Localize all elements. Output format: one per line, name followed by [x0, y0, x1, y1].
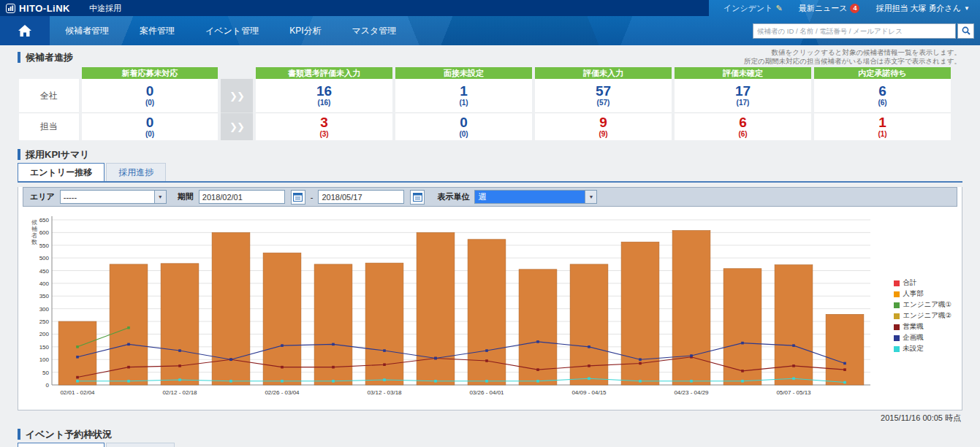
svg-text:0: 0 — [46, 382, 50, 389]
date-range-dash: - — [311, 193, 314, 202]
search-button[interactable] — [957, 23, 974, 39]
search-input[interactable] — [753, 23, 956, 39]
progress-corner-cell — [19, 67, 79, 79]
progress-subcount: (6) — [738, 130, 747, 139]
legend-item: 企画職 — [894, 333, 951, 343]
home-icon — [18, 25, 31, 37]
calendar-icon — [293, 192, 303, 202]
legend-item: エンジニア職② — [894, 311, 951, 321]
progress-note-line1: 数値をクリックすると対象の候補者情報一覧を表示します。 — [744, 48, 961, 57]
kpi-tabs: エントリー推移採用進捗 — [18, 163, 962, 183]
logo-icon — [6, 4, 15, 13]
nav-item-1[interactable]: 案件管理 — [124, 16, 190, 45]
progress-subcount: (57) — [597, 99, 610, 107]
progress-count[interactable]: 0 — [460, 115, 468, 130]
kpi-tab-1[interactable]: 採用進捗 — [106, 163, 166, 181]
progress-value-cell: 0(0) — [82, 79, 218, 112]
select-arrow-icon: ▼ — [154, 191, 166, 203]
incident-link[interactable]: インシデント ✎ — [723, 3, 783, 14]
area-select-value: ----- — [61, 192, 154, 202]
row-label: 担当 — [19, 112, 79, 140]
legend-label: 営業職 — [903, 322, 924, 332]
event-tabs: セミナー枠状況面接枠状況 — [18, 443, 962, 447]
progress-value-cell: 0(0) — [82, 112, 218, 140]
svg-text:450: 450 — [39, 268, 50, 275]
kpi-panel: エリア ----- ▼ 期間 - 表示単位 週 ▼ 05010015020025… — [18, 187, 962, 410]
progress-count[interactable]: 6 — [739, 115, 747, 130]
progress-value-cell: 0(0) — [395, 112, 532, 140]
progress-subcount: (1) — [878, 130, 886, 139]
progress-subcount: (0) — [145, 130, 154, 139]
main-content: 候補者進捗 数値をクリックすると対象の候補者情報一覧を表示します。 所定の期間未… — [0, 45, 980, 447]
progress-subcount: (17) — [737, 99, 750, 107]
progress-count[interactable]: 1 — [460, 84, 468, 99]
progress-count[interactable]: 0 — [146, 84, 154, 99]
progress-value-cell: 3(3) — [256, 112, 392, 140]
progress-value-cell: 17(17) — [675, 79, 811, 112]
date-from-input[interactable] — [199, 190, 285, 204]
legend-swatch — [894, 313, 900, 319]
legend-swatch — [894, 324, 900, 330]
unit-select[interactable]: 週 ▼ — [474, 190, 597, 204]
progress-arrow-header — [221, 67, 253, 79]
svg-text:400: 400 — [39, 280, 50, 287]
svg-text:350: 350 — [39, 293, 50, 299]
progress-count[interactable]: 1 — [878, 115, 886, 130]
nav-item-2[interactable]: イベント管理 — [190, 16, 274, 45]
progress-value-cell: 6(6) — [814, 79, 951, 112]
legend-item: エンジニア職① — [894, 300, 951, 310]
progress-subcount: (1) — [459, 99, 468, 107]
pencil-icon: ✎ — [775, 4, 782, 13]
home-tab[interactable] — [0, 16, 50, 45]
svg-text:500: 500 — [39, 255, 50, 261]
legend-label: 未設定 — [903, 344, 924, 354]
progress-count[interactable]: 6 — [878, 84, 886, 99]
svg-text:650: 650 — [39, 217, 50, 224]
legend-item: 営業職 — [894, 322, 951, 332]
progress-section-header: 候補者進捗 数値をクリックすると対象の候補者情報一覧を表示します。 所定の期間未… — [0, 45, 961, 66]
navbar: 候補者管理案件管理イベント管理KPI分析マスタ管理 — [0, 16, 980, 45]
date-to-calendar-button[interactable] — [410, 190, 425, 205]
search-icon — [962, 26, 970, 35]
progress-count[interactable]: 3 — [320, 115, 328, 130]
progress-table: 新着応募未対応書類選考評価未入力面接未設定評価未入力評価未確定内定承諾待ち全社0… — [19, 67, 961, 140]
progress-count[interactable]: 17 — [735, 84, 751, 99]
progress-value-cell: 1(1) — [395, 79, 532, 112]
svg-text:02/26 - 03/04: 02/26 - 03/04 — [265, 389, 300, 396]
legend-swatch — [894, 291, 900, 297]
progress-subcount: (9) — [599, 130, 607, 139]
progress-count[interactable]: 0 — [146, 115, 154, 130]
legend-swatch — [894, 302, 900, 308]
app-logo: HITO-LiNK — [6, 3, 70, 14]
progress-section-title: 候補者進捗 — [18, 52, 73, 63]
column-header: 新着応募未対応 — [82, 67, 218, 79]
nav-item-0[interactable]: 候補者管理 — [50, 16, 124, 45]
chevron-down-icon: ▼ — [964, 5, 970, 12]
unit-label: 表示単位 — [437, 191, 469, 202]
event-tab-0[interactable]: セミナー枠状況 — [18, 443, 105, 447]
svg-text:02/01 - 02/04: 02/01 - 02/04 — [60, 389, 95, 396]
user-menu[interactable]: 採用担当 大塚 勇介さん ▼ — [875, 3, 970, 14]
kpi-filter-bar: エリア ----- ▼ 期間 - 表示単位 週 ▼ — [23, 187, 957, 207]
progress-value-cell: 6(6) — [675, 112, 811, 140]
progress-subcount: (16) — [318, 99, 331, 107]
kpi-tab-0[interactable]: エントリー推移 — [18, 163, 105, 181]
progress-count[interactable]: 57 — [596, 84, 611, 99]
period-label: 期間 — [178, 191, 194, 202]
news-link[interactable]: 最新ニュース 4 — [799, 3, 860, 14]
nav-item-3[interactable]: KPI分析 — [274, 16, 336, 45]
event-tab-1[interactable]: 面接枠状況 — [106, 443, 175, 447]
svg-text:600: 600 — [39, 229, 50, 236]
svg-text:04/23 - 04/29: 04/23 - 04/29 — [674, 389, 709, 396]
date-to-input[interactable] — [318, 190, 404, 204]
progress-count[interactable]: 16 — [316, 84, 332, 99]
column-header: 書類選考評価未入力 — [256, 67, 392, 79]
svg-text:100: 100 — [39, 356, 50, 363]
date-from-calendar-button[interactable] — [291, 190, 305, 205]
area-select[interactable]: ----- ▼ — [60, 190, 167, 204]
nav-item-4[interactable]: マスタ管理 — [336, 16, 411, 45]
progress-count[interactable]: 9 — [599, 115, 607, 130]
progress-value-cell: 57(57) — [535, 79, 672, 112]
legend-label: エンジニア職② — [903, 311, 951, 321]
svg-text:05/07 - 05/13: 05/07 - 05/13 — [776, 389, 811, 396]
